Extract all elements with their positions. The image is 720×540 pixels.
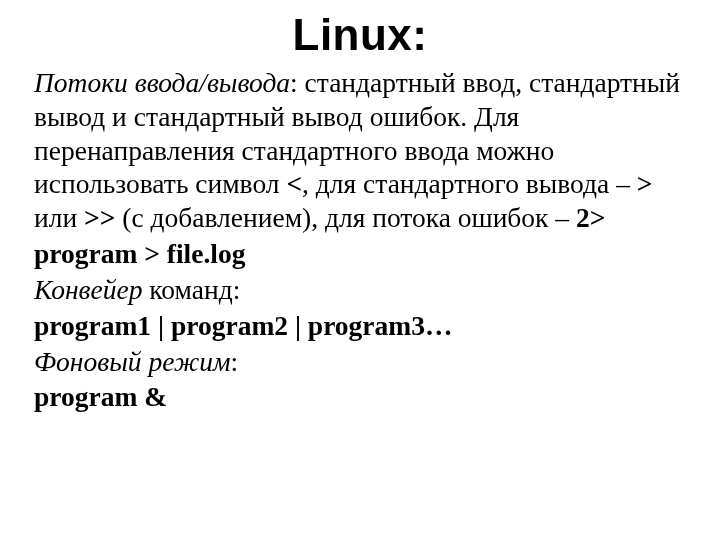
- symbol-gtgt: >>: [84, 202, 115, 233]
- text: (с добавлением), для потока ошибок –: [115, 202, 576, 233]
- example-pipeline: program1 | program2 | program3…: [34, 309, 686, 343]
- term-background: Фоновый режим: [34, 346, 231, 377]
- symbol-2gt: 2>: [576, 202, 605, 233]
- term-streams: Потоки ввода/вывода: [34, 67, 290, 98]
- paragraph-pipeline: Конвейер команд:: [34, 273, 686, 307]
- slide-body: Потоки ввода/вывода: стандартный ввод, с…: [34, 66, 686, 414]
- paragraph-background: Фоновый режим:: [34, 345, 686, 379]
- symbol-gt: >: [637, 168, 653, 199]
- example-redirect: program > file.log: [34, 237, 686, 271]
- text: :: [231, 346, 239, 377]
- slide-title: Linux:: [34, 10, 686, 60]
- term-pipeline: Конвейер: [34, 274, 142, 305]
- example-background: program &: [34, 380, 686, 414]
- text: или: [34, 202, 84, 233]
- symbol-lt: <: [286, 168, 302, 199]
- text: команд:: [142, 274, 240, 305]
- text: , для стандартного вывода –: [302, 168, 637, 199]
- slide: Linux: Потоки ввода/вывода: стандартный …: [0, 0, 720, 540]
- paragraph-streams: Потоки ввода/вывода: стандартный ввод, с…: [34, 66, 686, 235]
